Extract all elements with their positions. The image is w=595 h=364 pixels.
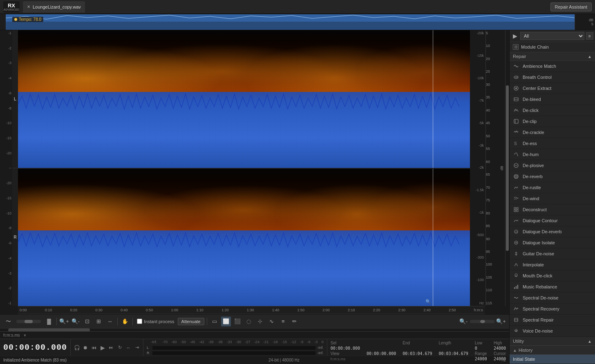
- spectrogram-channel-r[interactable]: 🔍: [18, 169, 470, 306]
- de-rustle-icon: [513, 184, 519, 191]
- magic-wand-btn[interactable]: ⊹: [255, 317, 265, 326]
- module-item-de-click[interactable]: De-click: [510, 105, 595, 116]
- zoom-in-btn[interactable]: 🔍+: [59, 317, 69, 326]
- module-item-spectral-repair[interactable]: Spectral Repair: [510, 315, 595, 326]
- dialogue-contour-icon: [513, 217, 519, 224]
- module-item-spectral-recovery[interactable]: Spectral Recovery: [510, 304, 595, 315]
- dialogue-isolate-icon: [513, 239, 519, 246]
- utility-label: Utility: [513, 339, 524, 344]
- module-item-guitar-de-noise[interactable]: Guitar De-noise: [510, 248, 595, 259]
- module-item-music-rebalance[interactable]: Music Rebalance: [510, 281, 595, 293]
- view-start-val: 00:00:00.000: [367, 351, 396, 356]
- module-item-dialogue-de-reverb[interactable]: Dialogue De-reverb: [510, 226, 595, 237]
- repair-assistant-button[interactable]: Repair Assistant: [550, 2, 592, 11]
- pencil-btn[interactable]: ✏: [290, 317, 300, 326]
- horizontal-scrollbar[interactable]: [0, 328, 509, 331]
- harmonics-btn[interactable]: ∿: [267, 317, 277, 326]
- zoom-slider-thumb[interactable]: [480, 320, 485, 323]
- spectral-recovery-label: Spectral Recovery: [523, 306, 559, 311]
- svg-rect-0: [6, 14, 575, 22]
- svg-rect-32: [514, 287, 515, 289]
- module-item-mouth-de-click[interactable]: Mouth De-click: [510, 270, 595, 281]
- ambience-match-icon: [513, 63, 519, 69]
- module-filter-select[interactable]: All Repair Utility: [520, 32, 584, 40]
- pan-tool-btn[interactable]: ✋: [120, 317, 130, 326]
- scroll-lock-btn[interactable]: ↔: [125, 344, 132, 351]
- module-item-de-clip[interactable]: De-clip: [510, 116, 595, 127]
- loop-btn[interactable]: ↻: [116, 344, 123, 351]
- module-item-de-plosive[interactable]: De-plosive: [510, 160, 595, 171]
- module-play-btn[interactable]: ▶: [511, 32, 519, 40]
- attenuate-button[interactable]: Attenuate: [178, 318, 204, 325]
- module-item-dialogue-contour[interactable]: Dialogue Contour: [510, 215, 595, 226]
- module-item-de-bleed[interactable]: De-bleed: [510, 94, 595, 105]
- main-content: -1 -2 -3 -4 -6 -8 -10 -15 -20 -- -20 -15…: [0, 30, 595, 364]
- skip-forward-btn[interactable]: ⏭: [107, 344, 115, 351]
- spectrogram-container[interactable]: 🔍: [18, 30, 470, 306]
- vertical-scrollbar[interactable]: [505, 30, 509, 306]
- zoom-selection-btn[interactable]: ⊡: [82, 317, 92, 326]
- snap-btn[interactable]: ⇥: [133, 344, 141, 351]
- status-message: Initialized Ambience Match (83 ms): [3, 358, 67, 362]
- sep2: [117, 318, 118, 325]
- lasso-btn[interactable]: ◌: [244, 317, 254, 326]
- play-btn[interactable]: ▶: [99, 344, 106, 351]
- freq-select-btn[interactable]: ⬛: [233, 317, 242, 326]
- hmms-dropdown-arrow[interactable]: ▼: [23, 333, 27, 337]
- zoom-fit-btn[interactable]: ⊞: [94, 317, 103, 326]
- rewind-btn[interactable]: ⏮: [90, 344, 98, 351]
- zoom-slider[interactable]: [470, 320, 494, 323]
- module-item-de-wind[interactable]: De-wind: [510, 193, 595, 204]
- module-item-dialogue-isolate[interactable]: Dialogue Isolate: [510, 237, 595, 248]
- de-reverb-icon: [513, 173, 519, 180]
- zoom-all-btn[interactable]: ↔: [105, 317, 115, 326]
- module-item-spectral-de-noise[interactable]: Spectral De-noise: [510, 293, 595, 304]
- scroll-slider[interactable]: [16, 320, 41, 323]
- brush-btn[interactable]: ≡: [278, 317, 288, 326]
- close-icon[interactable]: ✕: [27, 4, 30, 9]
- monitor-btn[interactable]: 🎧: [73, 344, 81, 351]
- de-ess-label: De-ess: [523, 141, 537, 146]
- module-item-deconstruct[interactable]: Deconstruct: [510, 204, 595, 215]
- timeline-mark-7: 1:10: [196, 308, 204, 312]
- channel-r-label: R: [12, 168, 18, 306]
- module-item-de-reverb[interactable]: De-reverb: [510, 171, 595, 182]
- titlebar: RX ADVANCED ✕ LoungeLizard_copy.wav Repa…: [0, 0, 595, 14]
- record-btn[interactable]: ⏺: [82, 344, 89, 351]
- vscroll-thumb[interactable]: [506, 85, 509, 251]
- rect-select-btn[interactable]: ▭: [210, 317, 219, 326]
- module-item-de-ess[interactable]: S De-ess: [510, 138, 595, 149]
- tempo-badge: Tempo: 78.0: [12, 17, 43, 22]
- svg-rect-11: [514, 119, 518, 123]
- zoom-out-btn[interactable]: 🔍-: [71, 317, 81, 326]
- waveform-toggle[interactable]: 〜: [3, 317, 13, 326]
- instant-process-checkbox[interactable]: [137, 319, 142, 324]
- module-item-breath-control[interactable]: Breath Control: [510, 72, 595, 83]
- module-menu-btn[interactable]: ≡: [586, 32, 593, 40]
- file-tab[interactable]: ✕ LoungeLizard_copy.wav: [23, 1, 85, 13]
- playhead-l: [433, 30, 433, 168]
- zoom-in-right-btn[interactable]: 🔍+: [496, 317, 506, 326]
- overview-waveform[interactable]: Tempo: 78.0: [6, 14, 575, 30]
- spectrogram-channel-l[interactable]: [18, 30, 470, 169]
- module-item-voice-de-noise[interactable]: Voice De-noise: [510, 326, 595, 337]
- de-plosive-icon: [513, 162, 519, 169]
- module-item-de-hum[interactable]: De-hum: [510, 149, 595, 160]
- module-item-de-rustle[interactable]: De-rustle: [510, 182, 595, 193]
- module-item-ambience-match[interactable]: Ambience Match: [510, 61, 595, 72]
- tab-filename: LoungeLizard_copy.wav: [33, 4, 81, 9]
- module-item-de-crackle[interactable]: De-crackle: [510, 127, 595, 138]
- status-area: h:m:s.ms ▼ 00:00:00.000 🎧 ⏺ ⏮ ▶ ⏭ ↻: [0, 331, 509, 364]
- scroll-thumb[interactable]: [25, 320, 33, 323]
- spectrum-view-btn[interactable]: ▓: [44, 317, 54, 326]
- repair-section-header[interactable]: Repair ▲: [510, 52, 595, 61]
- module-item-interpolate[interactable]: Interpolate: [510, 259, 595, 270]
- module-chain-row[interactable]: ⛓ Module Chain: [510, 42, 595, 52]
- time-select-btn[interactable]: ⬜: [221, 317, 231, 326]
- sep1: [56, 318, 57, 325]
- module-item-center-extract[interactable]: Center Extract: [510, 83, 595, 94]
- utility-section-header[interactable]: Utility ▲: [510, 337, 595, 346]
- zoom-out-right-btn[interactable]: 🔍-: [459, 317, 468, 326]
- history-item-initial[interactable]: Initial State: [510, 355, 595, 364]
- module-filter-row: ▶ All Repair Utility ≡: [510, 30, 595, 42]
